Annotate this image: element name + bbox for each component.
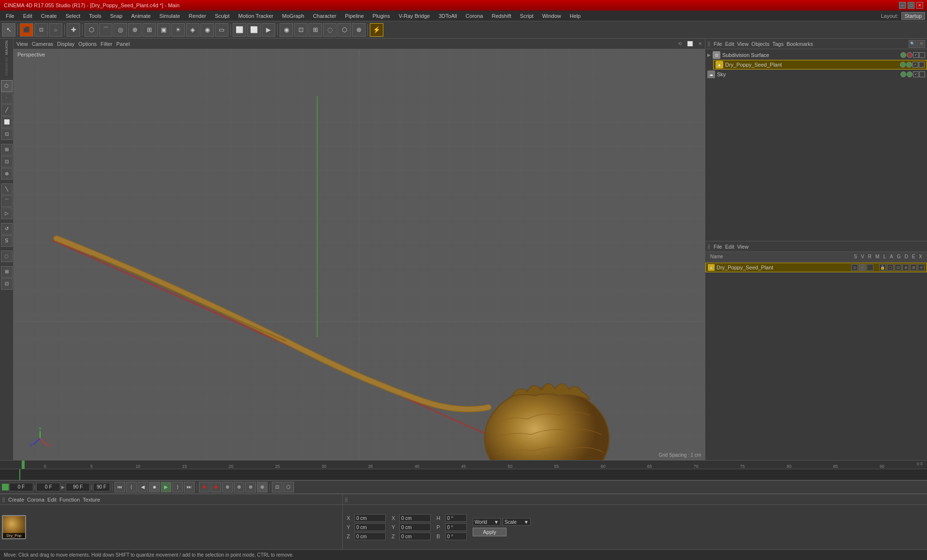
left-grid[interactable]: ⊞: [1, 266, 13, 278]
toolbar-render-region[interactable]: ⬜: [247, 23, 261, 37]
left-bridge[interactable]: ⌒: [1, 196, 13, 207]
obj-visible-editor[interactable]: [900, 52, 906, 58]
left-uv-mode[interactable]: ⊡: [1, 128, 13, 140]
obj-sky-visible-editor[interactable]: [900, 71, 906, 77]
menu-vray[interactable]: V-Ray Bridge: [395, 12, 434, 20]
obj-dp-visible-editor[interactable]: [900, 62, 906, 68]
menu-tools[interactable]: Tools: [85, 12, 105, 20]
left-magnet[interactable]: S: [1, 235, 13, 247]
left-texture[interactable]: ⊞: [1, 144, 13, 155]
menu-simulate[interactable]: Simulate: [155, 12, 184, 20]
toolbar-tag[interactable]: ◈: [186, 23, 199, 37]
obj-dp-visible-render[interactable]: [906, 62, 912, 68]
attr-toggle-lock[interactable]: 🔒: [879, 264, 886, 271]
attr-toggle-r[interactable]: ·: [867, 264, 873, 271]
minimize-button[interactable]: −: [899, 2, 906, 9]
vp-menu-cameras[interactable]: Cameras: [32, 41, 54, 47]
left-texture2[interactable]: ⊡: [1, 156, 13, 168]
world-dropdown[interactable]: World ▼: [473, 518, 501, 526]
timeline-track[interactable]: [0, 469, 927, 480]
obj-motion[interactable]: [919, 52, 925, 58]
vp-menu-view[interactable]: View: [16, 41, 28, 47]
toolbar-move[interactable]: ⬛: [20, 23, 33, 37]
attr-toggle-group2[interactable]: ⊕: [902, 264, 909, 271]
toolbar-shader[interactable]: ◉: [280, 23, 293, 37]
obj-lock[interactable]: ✓: [913, 52, 919, 58]
x-pos-value[interactable]: 0 cm: [354, 514, 386, 522]
tc-auto-key[interactable]: ⏺: [211, 482, 221, 492]
toolbar-mograph2[interactable]: ⊞: [309, 23, 322, 37]
toolbar-ik[interactable]: ⬡: [337, 23, 351, 37]
tc-next-key[interactable]: ⟩: [172, 482, 183, 492]
mat-menu-edit[interactable]: Edit: [47, 497, 56, 503]
attr-menu-edit[interactable]: Edit: [725, 244, 734, 250]
toolbar-smart-render[interactable]: ⚡: [370, 23, 383, 37]
tc-record[interactable]: ⏺: [199, 482, 210, 492]
obj-sky-visible-render[interactable]: [907, 71, 913, 77]
vp-menu-display[interactable]: Display: [57, 41, 74, 47]
y-pos-value[interactable]: 0 cm: [354, 523, 386, 531]
left-knife[interactable]: ╲: [1, 183, 13, 195]
menu-render[interactable]: Render: [185, 12, 210, 20]
menu-script[interactable]: Script: [516, 12, 537, 20]
apply-button[interactable]: Apply: [473, 528, 506, 536]
mat-menu-create[interactable]: Create: [8, 497, 24, 503]
menu-window[interactable]: Window: [538, 12, 565, 20]
left-grid2[interactable]: ⊡: [1, 278, 13, 290]
toolbar-render-view[interactable]: ⬜: [233, 23, 246, 37]
vp-close[interactable]: ✕: [698, 41, 702, 46]
y-rot-value[interactable]: 0 cm: [399, 523, 431, 531]
mat-menu-corona[interactable]: Corona: [27, 497, 44, 503]
z-pos-value[interactable]: 0 cm: [354, 532, 386, 540]
toolbar-light[interactable]: ☀: [171, 23, 185, 37]
left-poly-mode[interactable]: ⬜: [1, 116, 13, 128]
menu-3dtall[interactable]: 3DToAll: [435, 12, 461, 20]
obj-row-subdivision[interactable]: ▶ ⊡ Subdivision Surface ✓: [705, 50, 927, 60]
tc-play-back[interactable]: ◀: [138, 482, 148, 492]
tc-goto-end[interactable]: ⏭: [184, 482, 195, 492]
obj-row-drypoppy[interactable]: ▲ Dry_Poppy_Seed_Plant ✓: [713, 60, 927, 70]
toolbar-xpresso[interactable]: ⊡: [294, 23, 308, 37]
left-edge-mode[interactable]: ╱: [1, 104, 13, 116]
tc-key-all[interactable]: ⊕: [257, 482, 267, 492]
obj-dp-motion[interactable]: [919, 62, 925, 68]
menu-redshift[interactable]: Redshift: [488, 12, 515, 20]
menu-edit[interactable]: Edit: [19, 12, 36, 20]
toolbar-world[interactable]: ✚: [67, 23, 80, 37]
obj-menu-edit[interactable]: Edit: [725, 41, 734, 47]
tc-play-fwd[interactable]: ▶: [161, 482, 171, 492]
scale-dropdown[interactable]: Scale ▼: [503, 518, 531, 526]
tc-timeline-open[interactable]: ⬡: [283, 482, 294, 492]
menu-corona[interactable]: Corona: [462, 12, 487, 20]
tc-end-frame[interactable]: [93, 483, 110, 491]
vp-menu-options[interactable]: Options: [78, 41, 97, 47]
b-value[interactable]: 0 °: [445, 532, 467, 540]
tc-key-rot[interactable]: ⊕: [234, 482, 244, 492]
menu-mograph[interactable]: MoGraph: [278, 12, 308, 20]
obj-mgr-search[interactable]: 🔍: [909, 40, 916, 48]
layout-value[interactable]: Startup: [901, 12, 925, 20]
tc-key-scale[interactable]: ⊕: [245, 482, 256, 492]
attr-toggle-s[interactable]: ⊙: [851, 264, 858, 271]
obj-menu-view[interactable]: View: [737, 41, 749, 47]
attr-toggle-extra[interactable]: ⊞: [910, 264, 917, 271]
tc-key-pos[interactable]: ⊕: [222, 482, 233, 492]
obj-menu-objects[interactable]: Objects: [751, 41, 769, 47]
obj-visible-render[interactable]: [907, 52, 913, 58]
menu-animate[interactable]: Animate: [127, 12, 154, 20]
menu-sculpt[interactable]: Sculpt: [211, 12, 234, 20]
toolbar-rotate[interactable]: ○: [49, 23, 62, 37]
toolbar-select-mode[interactable]: ↖: [2, 23, 15, 37]
vp-fullscreen[interactable]: ⬜: [687, 41, 693, 46]
attr-menu-view[interactable]: View: [737, 244, 749, 250]
obj-row-sky[interactable]: ☁ Sky ✓: [705, 70, 927, 79]
obj-menu-bookmarks[interactable]: Bookmarks: [787, 41, 813, 47]
menu-create[interactable]: Create: [37, 12, 61, 20]
toolbar-deformer[interactable]: ⊕: [128, 23, 141, 37]
maximize-button[interactable]: □: [908, 2, 914, 9]
toolbar-material[interactable]: ◉: [200, 23, 214, 37]
attr-menu-file[interactable]: File: [714, 244, 722, 250]
tc-goto-start[interactable]: ⏮: [114, 482, 125, 492]
mat-menu-texture[interactable]: Texture: [83, 497, 100, 503]
x-rot-value[interactable]: 0 cm: [399, 514, 431, 522]
